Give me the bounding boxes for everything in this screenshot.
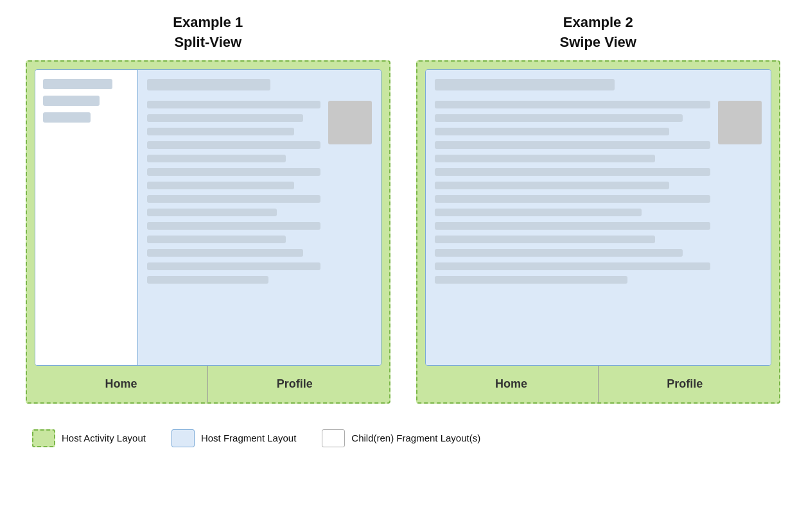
legend-label-1: Host Activity Layout	[62, 433, 146, 443]
example1-nav-bar: Home Profile	[35, 366, 381, 402]
page-container: Example 1 Split-View	[13, 13, 793, 454]
example1-title-line1: Example 1	[173, 13, 243, 33]
swipe-line-12	[435, 249, 683, 257]
example1-title-line2: Split-View	[173, 33, 243, 53]
line-7	[147, 182, 294, 189]
example1-nav-profile-label: Profile	[277, 377, 313, 390]
content-image	[328, 101, 372, 144]
example1-nav-home-label: Home	[105, 377, 137, 390]
swipe-line-3	[435, 128, 669, 135]
example2-green-container: ‹ ›	[416, 60, 781, 404]
example2-nav-home[interactable]: Home	[425, 366, 598, 402]
sidebar-item-1	[43, 79, 112, 89]
swipe-line-5	[435, 155, 656, 162]
swipe-line-14	[435, 276, 628, 284]
example1-green-container: Home Profile	[26, 60, 390, 404]
split-inner	[35, 70, 381, 365]
example1-nav-profile[interactable]: Profile	[208, 366, 381, 402]
legend-label-3: Child(ren) Fragment Layout(s)	[351, 433, 480, 443]
example1-nav-home[interactable]: Home	[35, 366, 207, 402]
line-8	[147, 195, 320, 203]
legend-box-blue	[171, 429, 195, 447]
example2-nav-profile-label: Profile	[667, 377, 703, 390]
swipe-line-4	[435, 141, 711, 149]
example2-nav-home-label: Home	[495, 377, 527, 390]
swipe-line-13	[435, 262, 711, 270]
swipe-line-1	[435, 101, 711, 108]
split-content	[138, 70, 381, 365]
example2-block: Example 2 Swipe View ‹ ›	[416, 13, 781, 404]
example1-blue-container	[35, 69, 381, 366]
example1-title: Example 1 Split-View	[173, 13, 243, 53]
content-body	[147, 101, 372, 356]
legend-box-green	[32, 429, 55, 447]
example2-title: Example 2 Swipe View	[560, 13, 636, 53]
example2-title-line2: Swipe View	[560, 33, 636, 53]
content-header	[147, 79, 270, 90]
line-11	[147, 236, 286, 243]
sidebar-item-2	[43, 96, 100, 106]
swipe-line-8	[435, 195, 711, 203]
example2-nav-bar: Home Profile	[425, 366, 772, 402]
example2-blue-container: ‹ ›	[425, 69, 772, 366]
legend-item-3: Child(ren) Fragment Layout(s)	[322, 429, 480, 447]
line-10	[147, 222, 320, 230]
swipe-content-image	[718, 101, 762, 144]
swipe-line-6	[435, 168, 711, 176]
legend-item-2: Host Fragment Layout	[171, 429, 296, 447]
examples-row: Example 1 Split-View	[13, 13, 793, 404]
line-6	[147, 168, 320, 176]
swipe-inner	[426, 70, 771, 365]
example2-nav-profile[interactable]: Profile	[599, 366, 771, 402]
legend-box-white	[322, 429, 345, 447]
swipe-content-body	[435, 101, 762, 356]
line-14	[147, 276, 268, 284]
swipe-line-9	[435, 209, 642, 216]
line-4	[147, 141, 320, 149]
line-9	[147, 209, 277, 216]
swipe-line-11	[435, 236, 656, 243]
swipe-content-header	[435, 79, 615, 90]
example1-block: Example 1 Split-View	[26, 13, 390, 404]
line-3	[147, 128, 294, 135]
legend: Host Activity Layout Host Fragment Layou…	[13, 423, 793, 454]
sidebar-item-3	[43, 112, 91, 123]
line-13	[147, 262, 320, 270]
swipe-line-2	[435, 114, 683, 122]
swipe-content-lines	[435, 101, 711, 356]
legend-label-2: Host Fragment Layout	[201, 433, 296, 443]
legend-item-1: Host Activity Layout	[32, 429, 146, 447]
line-12	[147, 249, 303, 257]
content-lines	[147, 101, 320, 356]
split-sidebar	[35, 70, 138, 365]
line-1	[147, 101, 320, 108]
line-2	[147, 114, 303, 122]
example2-title-line1: Example 2	[560, 13, 636, 33]
swipe-line-10	[435, 222, 711, 230]
line-5	[147, 155, 286, 162]
swipe-line-7	[435, 182, 669, 189]
